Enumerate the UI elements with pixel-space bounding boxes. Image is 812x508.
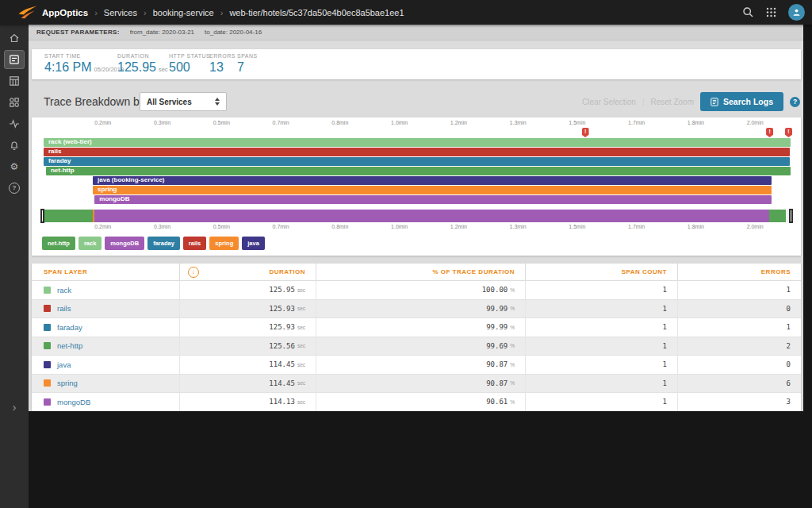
summary-item-duration: DURATION125.95sec bbox=[117, 53, 168, 75]
axis-tick-label: 0.5min bbox=[213, 224, 230, 229]
layer-name-link[interactable]: mongoDB bbox=[57, 398, 90, 406]
layer-name-link[interactable]: spring bbox=[57, 379, 78, 387]
legend-chip-spring[interactable]: spring bbox=[209, 237, 239, 250]
search-icon[interactable] bbox=[742, 6, 754, 18]
trace-span-bar-net-http[interactable]: net-http bbox=[46, 167, 791, 175]
apps-grid-icon[interactable] bbox=[766, 7, 776, 17]
layer-name-link[interactable]: java bbox=[57, 360, 71, 369]
breadcrumb-brand[interactable]: AppOptics bbox=[42, 8, 88, 17]
error-marker-icon[interactable]: ! bbox=[785, 128, 792, 137]
errors-value: 0 bbox=[787, 360, 791, 368]
axis-tick: 1.8min bbox=[688, 224, 704, 229]
table-row-java[interactable]: java114.45sec90.87%10 bbox=[32, 356, 801, 375]
trace-span-bar-faraday[interactable]: faraday bbox=[44, 157, 790, 166]
cell-span-layer: mongoDB bbox=[32, 393, 179, 411]
error-marker-icon[interactable]: ! bbox=[766, 128, 773, 137]
cell-span-layer: java bbox=[32, 356, 179, 374]
user-avatar-icon[interactable] bbox=[788, 4, 805, 21]
summary-item-start-time: START TIME4:16 PM05/20/2019 bbox=[44, 53, 124, 75]
layer-name-link[interactable]: rack bbox=[57, 286, 71, 294]
sidebar-item-settings[interactable]: ⚙ bbox=[0, 156, 29, 177]
axis-tick: 1.5min bbox=[569, 120, 585, 125]
table-row-net-http[interactable]: net-http125.56sec99.69%12 bbox=[32, 337, 801, 356]
minimap-segment bbox=[44, 210, 93, 222]
legend-chip-faraday[interactable]: faraday bbox=[147, 237, 180, 250]
pct-value: 90.61 bbox=[486, 398, 508, 406]
axis-tick: 1.2min bbox=[450, 224, 467, 229]
axis-tick-label: 1.2min bbox=[450, 120, 467, 125]
navbar-actions bbox=[742, 4, 805, 21]
request-parameter: from_date: 2020-03-21 bbox=[130, 29, 194, 36]
minimap-right-handle[interactable] bbox=[789, 209, 793, 223]
trace-span-bar-java[interactable]: java (booking-service) bbox=[93, 176, 772, 185]
table-header--of-trace-duration[interactable]: % OF TRACE DURATION bbox=[316, 264, 525, 280]
pct-unit: % bbox=[510, 380, 515, 386]
sidebar-item-traces[interactable] bbox=[0, 48, 29, 70]
legend-chip-net-http[interactable]: net-http bbox=[42, 237, 75, 250]
trace-span-label: net-http bbox=[46, 167, 791, 175]
layer-color-swatch bbox=[44, 398, 51, 406]
breadcrumb-item[interactable]: Services bbox=[104, 8, 137, 17]
duration-unit: sec bbox=[297, 380, 305, 386]
axis-tick-label: 1.8min bbox=[688, 120, 704, 125]
sidebar-item-services[interactable] bbox=[0, 91, 29, 113]
sidebar-item-metrics[interactable] bbox=[0, 113, 29, 134]
layer-name-link[interactable]: faraday bbox=[57, 323, 82, 332]
pct-value: 90.87 bbox=[486, 360, 508, 368]
logs-icon bbox=[710, 98, 718, 106]
trace-span-bar-rack[interactable]: rack (web-tier) bbox=[44, 138, 791, 147]
cell-pct-of-trace: 99.99% bbox=[316, 318, 525, 337]
table-header-errors[interactable]: ERRORS bbox=[677, 264, 801, 280]
sidebar-item-home[interactable] bbox=[0, 27, 29, 48]
legend-chip-mongoDB[interactable]: mongoDB bbox=[105, 237, 144, 250]
table-row-rails[interactable]: rails125.93sec99.99%10 bbox=[32, 300, 801, 319]
minimap-left-handle[interactable] bbox=[40, 209, 44, 223]
table-row-spring[interactable]: spring114.45sec90.87%16 bbox=[32, 375, 801, 394]
main-content: REQUEST PARAMETERS: from_date: 2020-03-2… bbox=[29, 25, 803, 411]
breadcrumb-item[interactable]: web-tier/hotels/5c37da50e4b0ec8a5bae1ee1 bbox=[229, 8, 404, 17]
legend-chip-rails[interactable]: rails bbox=[183, 237, 206, 250]
cell-span-count: 1 bbox=[525, 281, 677, 299]
table-row-rack[interactable]: rack125.95sec100.00%11 bbox=[32, 281, 801, 300]
trace-span-bar-spring[interactable]: spring bbox=[93, 186, 772, 194]
reset-zoom-link[interactable]: Reset Zoom bbox=[651, 98, 694, 106]
sort-descending-icon[interactable]: ↓ bbox=[188, 267, 199, 278]
duration-unit: sec bbox=[297, 325, 305, 330]
legend-chip-java[interactable]: java bbox=[242, 237, 265, 250]
sidebar-item-help[interactable]: ? bbox=[0, 177, 29, 198]
table-row-faraday[interactable]: faraday125.93sec99.99%11 bbox=[32, 318, 801, 337]
pct-value: 100.00 bbox=[482, 286, 508, 294]
layer-name-link[interactable]: net-http bbox=[57, 341, 82, 350]
layer-color-swatch bbox=[44, 342, 51, 349]
summary-item-http-status: HTTP STATUS500 bbox=[169, 53, 210, 75]
trace-span-bar-rails[interactable]: rails bbox=[44, 148, 790, 156]
layer-name-link[interactable]: rails bbox=[57, 304, 71, 313]
clear-selection-link[interactable]: Clear Selection bbox=[582, 98, 636, 106]
axis-tick: 1.5min bbox=[569, 224, 585, 229]
settings-gear-icon: ⚙ bbox=[10, 162, 19, 171]
search-logs-label: Search Logs bbox=[723, 97, 773, 106]
timeline-minimap[interactable] bbox=[44, 210, 791, 222]
sidebar-item-dashboards[interactable] bbox=[0, 70, 29, 91]
breakdown-filter-select[interactable]: All Services bbox=[140, 92, 227, 111]
help-button[interactable]: ? bbox=[790, 97, 800, 107]
search-logs-button[interactable]: Search Logs bbox=[700, 92, 783, 111]
table-header-span-count[interactable]: SPAN COUNT bbox=[525, 264, 677, 280]
breadcrumb-item[interactable]: booking-service bbox=[153, 8, 214, 17]
cell-span-layer: rails bbox=[32, 300, 179, 318]
sidebar-item-alerts[interactable] bbox=[0, 134, 29, 156]
sidebar-collapse-toggle[interactable]: › bbox=[0, 401, 29, 414]
request-parameter: to_date: 2020-04-16 bbox=[205, 29, 262, 36]
legend-chip-rack[interactable]: rack bbox=[79, 237, 102, 250]
cell-duration: 114.45sec bbox=[179, 356, 316, 374]
table-header-duration[interactable]: ↓DURATION bbox=[179, 264, 316, 280]
chevron-right-icon: › bbox=[13, 401, 17, 414]
dashboards-icon bbox=[9, 75, 20, 87]
table-row-mongoDB[interactable]: mongoDB114.13sec90.61%13 bbox=[32, 393, 801, 411]
axis-tick: 1.8min bbox=[688, 120, 704, 125]
trace-span-bar-mongoDB[interactable]: mongoDB bbox=[94, 195, 771, 204]
duration-value: 125.95 bbox=[269, 286, 295, 294]
error-marker-icon[interactable]: ! bbox=[582, 128, 589, 137]
table-header-span-layer[interactable]: SPAN LAYER bbox=[32, 264, 179, 280]
axis-tick: 1.3min bbox=[510, 224, 527, 229]
